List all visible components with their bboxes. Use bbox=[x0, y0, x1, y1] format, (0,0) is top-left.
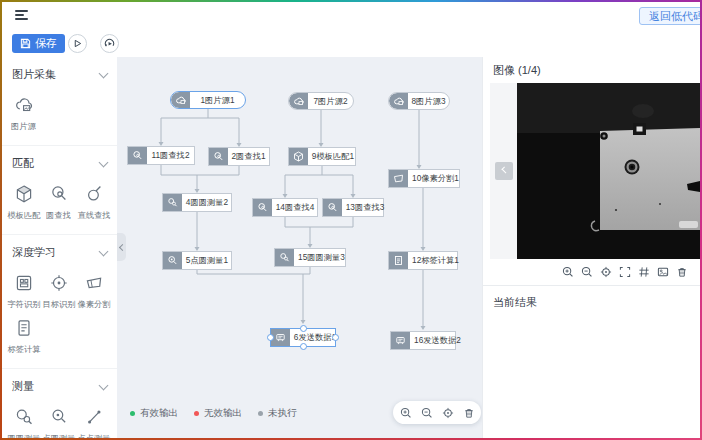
circle-find-icon bbox=[323, 199, 342, 216]
node-circle-circle-measure-3[interactable]: 15圆圆测量3 bbox=[274, 248, 346, 267]
node-port-top[interactable] bbox=[300, 325, 307, 332]
circle-find-icon bbox=[128, 147, 147, 164]
zoom-in-button[interactable] bbox=[400, 407, 412, 419]
section-measure: 测量 圆圆测量 bbox=[2, 369, 117, 438]
section-header-deep-learning[interactable]: 深度学习 bbox=[2, 243, 117, 266]
image-source-icon bbox=[171, 92, 190, 108]
node-label: 9模板匹配1 bbox=[310, 149, 356, 165]
sidebar-item-point-point-measure[interactable]: 点点测量 bbox=[76, 406, 111, 438]
node-circle-find-2[interactable]: 11圆查找2 bbox=[127, 146, 195, 165]
red-dot bbox=[194, 411, 199, 416]
node-pixel-segment-1[interactable]: 10像素分割1 bbox=[388, 169, 460, 188]
legend-not-executed: 未执行 bbox=[258, 407, 297, 420]
delete-button[interactable] bbox=[463, 407, 475, 419]
legend-label: 无效输出 bbox=[204, 407, 242, 420]
save-label: 保存 bbox=[35, 36, 57, 51]
image-source-icon bbox=[289, 93, 308, 109]
sidebar-item-circle-find[interactable]: 圆查找 bbox=[41, 183, 76, 222]
back-to-lowcode-button[interactable]: 返回低代码 bbox=[639, 7, 700, 25]
locate-button[interactable] bbox=[600, 266, 612, 278]
sidebar-collapse-handle[interactable] bbox=[117, 233, 126, 261]
section-match: 匹配 模板匹配 bbox=[2, 146, 117, 235]
circle-circle-measure-icon bbox=[163, 194, 182, 211]
sidebar-item-target-detect[interactable]: 目标识别 bbox=[41, 272, 76, 311]
toolbar: 保存 bbox=[2, 30, 700, 58]
node-send-data-2[interactable]: 16发送数据2 bbox=[390, 331, 456, 350]
green-dot bbox=[130, 411, 135, 416]
circle-find-icon bbox=[253, 199, 272, 216]
sidebar-item-pixel-segment[interactable]: 像素分割 bbox=[76, 272, 111, 311]
zoom-in-button[interactable] bbox=[562, 266, 574, 278]
sidebar-item-template-match[interactable]: 模板匹配 bbox=[6, 183, 41, 222]
legend-label: 有效输出 bbox=[140, 407, 178, 420]
node-label: 5点圆测量1 bbox=[184, 253, 230, 269]
line-find-icon bbox=[83, 183, 105, 205]
sidebar-item-label: 标签计算 bbox=[7, 344, 40, 356]
node-label: 2圆查找1 bbox=[230, 149, 268, 165]
chevron-down-icon bbox=[99, 246, 109, 256]
prev-image-button[interactable] bbox=[495, 162, 513, 180]
zoom-out-button[interactable] bbox=[421, 407, 433, 419]
run-button[interactable] bbox=[68, 34, 87, 53]
section-header-match[interactable]: 匹配 bbox=[2, 154, 117, 177]
sidebar-item-label: 图片源 bbox=[11, 121, 36, 133]
node-port-bottom[interactable] bbox=[300, 343, 307, 350]
chevron-left-icon bbox=[501, 166, 508, 173]
section-header-image-capture[interactable]: 图片采集 bbox=[2, 65, 117, 88]
circle-circle-measure-icon bbox=[13, 406, 35, 428]
node-image-source-1[interactable]: 1图片源1 bbox=[170, 91, 246, 109]
menu-icon[interactable] bbox=[15, 10, 28, 21]
app-content: 返回低代码 保存 bbox=[2, 2, 700, 438]
legend-valid-output: 有效输出 bbox=[130, 407, 178, 420]
sidebar-item-circle-circle-measure[interactable]: 圆圆测量 bbox=[6, 406, 41, 438]
sidebar-item-point-circle-measure[interactable]: 点圆测量 bbox=[41, 406, 76, 438]
node-circle-find-3[interactable]: 13圆查找3 bbox=[322, 198, 384, 217]
template-match-icon bbox=[13, 183, 35, 205]
fullscreen-button[interactable] bbox=[619, 266, 631, 278]
frame-border-left bbox=[0, 0, 2, 440]
flow-canvas[interactable]: 1图片源1 7图片源2 8图片源3 11圆查找2 bbox=[117, 57, 483, 438]
zoom-out-button[interactable] bbox=[581, 266, 593, 278]
node-port-right[interactable] bbox=[332, 334, 339, 341]
step-run-button[interactable] bbox=[100, 34, 119, 53]
send-data-icon bbox=[391, 332, 410, 349]
node-label: 1图片源1 bbox=[192, 93, 243, 108]
label-calc-icon bbox=[13, 317, 35, 339]
ocr-icon bbox=[13, 272, 35, 294]
section-title: 深度学习 bbox=[12, 245, 56, 260]
snapshot-button[interactable] bbox=[657, 266, 669, 278]
node-template-match-1[interactable]: 9模板匹配1 bbox=[288, 147, 356, 166]
node-label: 12标签计算1 bbox=[410, 253, 461, 269]
node-port-left[interactable] bbox=[267, 334, 274, 341]
node-label-calc-1[interactable]: 12标签计算1 bbox=[388, 251, 458, 270]
sidebar-item-label-calc[interactable]: 标签计算 bbox=[6, 317, 41, 356]
delete-button[interactable] bbox=[676, 266, 688, 278]
grid-button[interactable] bbox=[638, 266, 650, 278]
node-image-source-2[interactable]: 7图片源2 bbox=[288, 92, 354, 110]
image-source-icon bbox=[13, 94, 35, 116]
sidebar-item-label: 圆查找 bbox=[46, 210, 71, 222]
save-button[interactable]: 保存 bbox=[12, 34, 65, 53]
inspection-image[interactable] bbox=[517, 83, 700, 259]
target-detect-icon bbox=[48, 272, 70, 294]
tool-sidebar: 图片采集 图片源 匹配 bbox=[2, 57, 118, 438]
sidebar-item-image-source[interactable]: 图片源 bbox=[6, 94, 41, 133]
chevron-down-icon bbox=[99, 68, 109, 78]
node-image-source-3[interactable]: 8图片源3 bbox=[388, 92, 450, 110]
template-match-icon bbox=[289, 148, 308, 165]
node-point-circle-measure-1[interactable]: 5点圆测量1 bbox=[162, 251, 232, 270]
legend-invalid-output: 无效输出 bbox=[194, 407, 242, 420]
sidebar-item-ocr[interactable]: 字符识别 bbox=[6, 272, 41, 311]
play-icon bbox=[73, 39, 82, 48]
sidebar-item-label: 模板匹配 bbox=[7, 210, 40, 222]
sidebar-item-line-find[interactable]: 直线查找 bbox=[76, 183, 111, 222]
node-send-data-1[interactable]: 6发送数据1 bbox=[270, 328, 336, 347]
node-circle-find-4[interactable]: 14圆查找4 bbox=[252, 198, 318, 217]
canvas-zoom-controls bbox=[393, 401, 481, 424]
section-header-measure[interactable]: 测量 bbox=[2, 377, 117, 400]
status-legend: 有效输出 无效输出 未执行 bbox=[130, 407, 297, 420]
locate-button[interactable] bbox=[442, 407, 454, 419]
node-circle-circle-measure-2[interactable]: 4圆圆测量2 bbox=[162, 193, 232, 212]
node-label: 13圆查找3 bbox=[344, 200, 386, 216]
node-circle-find-1[interactable]: 2圆查找1 bbox=[208, 147, 270, 166]
